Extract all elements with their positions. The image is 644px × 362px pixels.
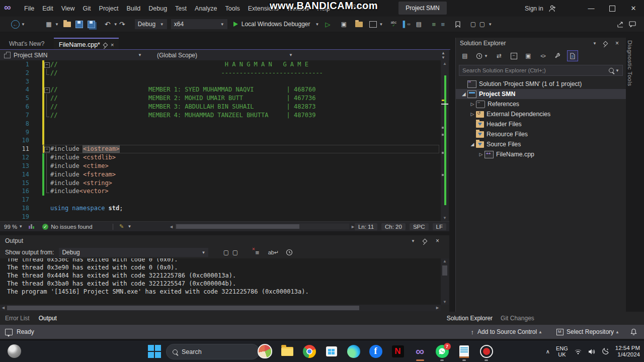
line-number[interactable]: 19 bbox=[0, 213, 29, 221]
scroll-right-icon[interactable]: ► bbox=[435, 305, 440, 310]
window-position-icon[interactable]: ▼ bbox=[593, 41, 597, 46]
scrollbar-thumb[interactable] bbox=[176, 224, 299, 229]
editor-vertical-scrollbar[interactable]: ▲ ▼ bbox=[441, 60, 449, 221]
whatsapp-icon[interactable]: 7 bbox=[435, 344, 449, 358]
scroll-up-icon[interactable]: ▲ bbox=[441, 61, 449, 66]
increase-indent-icon[interactable]: ≡ bbox=[438, 20, 447, 29]
minimize-button[interactable]: — bbox=[581, 0, 602, 17]
chevron-down-icon[interactable]: ▼ bbox=[379, 22, 383, 27]
find-in-files-icon[interactable] bbox=[354, 20, 363, 29]
menu-item-analyze[interactable]: Analyze bbox=[191, 3, 221, 14]
chevron-down-icon[interactable]: ▼ bbox=[19, 224, 23, 229]
code-line-10[interactable]: 10 bbox=[0, 136, 449, 145]
code-line-2[interactable]: 2// ---------------------------- bbox=[0, 69, 449, 77]
tab-solution-explorer[interactable]: Solution Explorer bbox=[447, 315, 493, 322]
code-cleanup-icon[interactable]: ✎ bbox=[117, 222, 126, 231]
start-debugging-button[interactable]: Local Windows Debugger ▼ bbox=[233, 21, 319, 28]
tree-expander-icon[interactable]: ▷ bbox=[478, 152, 484, 157]
code-editor[interactable]: 1−// H A N G M A N G A M E2// ----------… bbox=[0, 60, 449, 221]
undo-icon[interactable]: ↶ bbox=[103, 20, 112, 29]
pin-icon[interactable] bbox=[423, 238, 428, 243]
visual-studio-taskbar-icon[interactable]: ∞ bbox=[413, 344, 427, 358]
global-scope-dropdown[interactable]: (Global Scope)▼ bbox=[157, 52, 293, 59]
code-line-4[interactable]: 4−// MEMBER 1: SYED MUHAMMAD NAQVI | 468… bbox=[0, 85, 449, 94]
line-ending-indicator[interactable]: LF bbox=[433, 223, 446, 230]
code-line-17[interactable]: 17 bbox=[0, 196, 449, 204]
line-number[interactable]: 11 bbox=[0, 145, 29, 153]
line-number[interactable]: 16 bbox=[0, 187, 29, 196]
line-number[interactable]: 12 bbox=[0, 153, 29, 162]
code-line-3[interactable]: 3 bbox=[0, 77, 449, 86]
add-to-source-control-button[interactable]: Add to Source Control bbox=[477, 328, 537, 335]
tree-item-external-dependencies[interactable]: ▷External Dependencies bbox=[456, 109, 626, 119]
taskbar-search[interactable]: Search bbox=[166, 344, 260, 359]
scroll-up-icon[interactable]: ▲ bbox=[443, 259, 447, 263]
tab-whats-new[interactable]: What's New? bbox=[3, 38, 50, 50]
timestamp-icon[interactable] bbox=[285, 248, 294, 257]
feedback-icon[interactable] bbox=[628, 20, 637, 29]
tree-expander-icon[interactable]: ◢ bbox=[469, 142, 475, 147]
sync-with-active-document-icon[interactable]: ⇄ bbox=[494, 51, 504, 61]
line-number[interactable]: 14 bbox=[0, 170, 29, 179]
tray-chevron-up-icon[interactable]: ∧ bbox=[546, 348, 550, 355]
collapse-all-icon[interactable]: − bbox=[509, 51, 519, 61]
search-icon[interactable] bbox=[609, 68, 614, 73]
chevron-down-icon[interactable]: ▼ bbox=[114, 22, 118, 27]
sign-in-label[interactable]: Sign in bbox=[525, 5, 543, 12]
window-position-icon[interactable]: ▼ bbox=[411, 239, 415, 243]
split-editor-icon[interactable]: ▲▼ bbox=[441, 51, 445, 60]
code-line-15[interactable]: 15#include <string> bbox=[0, 179, 449, 188]
night-mode-icon[interactable] bbox=[602, 348, 609, 355]
line-number[interactable]: 3 bbox=[0, 77, 29, 86]
switch-views-icon[interactable]: ▤ bbox=[460, 51, 470, 61]
code-line-8[interactable]: 8 bbox=[0, 120, 449, 128]
scrollbar-thumb[interactable] bbox=[7, 306, 359, 310]
tree-item-source-files[interactable]: ◢Source Files bbox=[456, 139, 626, 149]
output-log[interactable]: The thread 0x530c has exited with code 0… bbox=[0, 258, 448, 305]
solution-configurations-dropdown[interactable]: Debug▼ bbox=[135, 19, 167, 29]
line-number[interactable]: 18 bbox=[0, 204, 29, 213]
line-number[interactable]: 15 bbox=[0, 179, 29, 188]
bandicam-record-icon[interactable] bbox=[479, 344, 494, 358]
pending-changes-filter-icon[interactable]: ▼ bbox=[474, 51, 490, 61]
chrome-icon[interactable] bbox=[302, 344, 316, 358]
view-code-icon[interactable]: <> bbox=[538, 51, 548, 61]
navigate-back-icon[interactable]: ← bbox=[11, 20, 20, 29]
sign-in-area[interactable]: Sign in bbox=[525, 0, 556, 17]
scroll-left-icon[interactable]: ◄ bbox=[169, 224, 174, 229]
tree-item-references[interactable]: ▷References bbox=[456, 99, 626, 109]
close-tab-icon[interactable]: × bbox=[111, 42, 114, 48]
tree-expander-icon[interactable]: ▷ bbox=[469, 102, 475, 107]
fold-toggle-icon[interactable]: − bbox=[44, 87, 50, 93]
code-line-7[interactable]: 7// MEMBER 4: MUHAMMAD TANZEEL BHUTTA | … bbox=[0, 111, 449, 120]
properties-icon[interactable]: ▣ bbox=[523, 51, 533, 61]
code-line-1[interactable]: 1−// H A N G M A N G A M E bbox=[0, 60, 449, 69]
tab-error-list[interactable]: Error List bbox=[5, 315, 30, 322]
new-project-icon[interactable]: ▦ bbox=[44, 20, 53, 29]
menu-item-debug[interactable]: Debug bbox=[144, 3, 171, 14]
feedback-bubble-icon[interactable] bbox=[5, 329, 13, 335]
line-number[interactable]: 2 bbox=[0, 69, 29, 77]
code-line-18[interactable]: 18using namespace std; bbox=[0, 204, 449, 213]
line-number[interactable]: 5 bbox=[0, 94, 29, 103]
menu-item-test[interactable]: Test bbox=[171, 3, 191, 14]
editor-horizontal-scrollbar[interactable]: ◄ ► bbox=[169, 224, 355, 229]
notifications-bell-icon[interactable] bbox=[630, 328, 637, 335]
line-number[interactable]: 13 bbox=[0, 162, 29, 170]
column-indicator[interactable]: Ch: 20 bbox=[381, 223, 406, 230]
file-explorer-icon[interactable] bbox=[280, 344, 294, 358]
line-number[interactable]: 10 bbox=[0, 136, 29, 145]
solution-windows-icon[interactable] bbox=[368, 20, 377, 29]
chevron-down-icon[interactable]: ▼ bbox=[488, 22, 492, 27]
menu-item-file[interactable]: File bbox=[20, 3, 38, 14]
properties-wrench-icon[interactable] bbox=[552, 51, 562, 61]
output-source-dropdown[interactable]: Debug▼ bbox=[59, 248, 208, 257]
save-all-icon[interactable] bbox=[87, 20, 96, 29]
edge-icon[interactable] bbox=[346, 344, 361, 358]
scroll-down-icon[interactable]: ▼ bbox=[443, 300, 447, 304]
language-indicator[interactable]: ENGUK bbox=[556, 345, 568, 357]
output-title-bar[interactable]: Output ▼ × bbox=[0, 235, 449, 246]
pin-icon[interactable] bbox=[103, 42, 108, 47]
microsoft-store-icon[interactable] bbox=[324, 344, 339, 358]
code-line-16[interactable]: 16#include<vector> bbox=[0, 187, 449, 196]
